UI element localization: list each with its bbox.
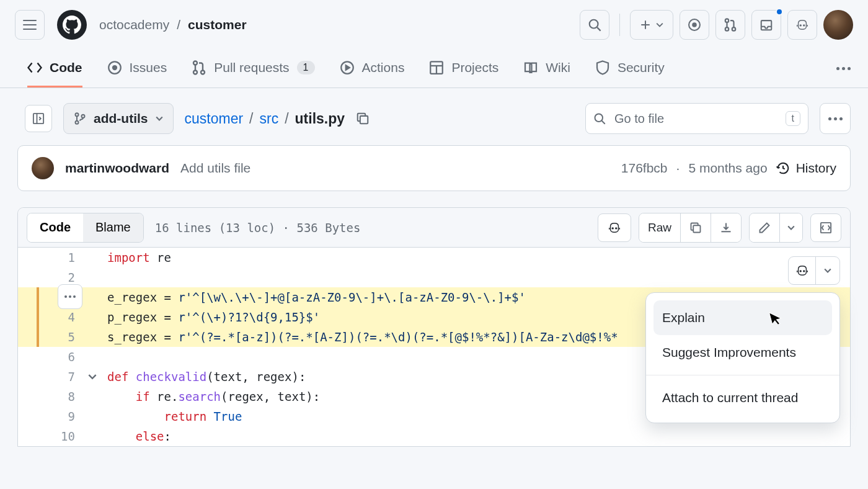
svg-point-7 — [725, 27, 729, 31]
tab-pull-requests[interactable]: Pull requests 1 — [192, 50, 314, 87]
issue-icon — [107, 60, 122, 75]
line-number[interactable]: 1 — [18, 248, 86, 267]
code-content: if re.search(regex, text): — [99, 387, 320, 406]
copilot-icon — [795, 18, 810, 32]
tab-issues[interactable]: Issues — [107, 50, 167, 87]
search-button[interactable] — [580, 10, 609, 40]
commit-sha[interactable]: 176fbcb — [621, 161, 668, 176]
copilot-toolbar-button[interactable] — [598, 213, 631, 242]
svg-point-6 — [725, 19, 729, 22]
code-panel: Code Blame 16 lines (13 loc) · 536 Bytes… — [17, 207, 851, 447]
pull-requests-button[interactable] — [715, 10, 745, 40]
line-number[interactable]: 8 — [18, 387, 86, 406]
commit-message[interactable]: Add utils file — [180, 161, 250, 176]
svg-point-26 — [595, 114, 603, 122]
selection-marker — [37, 287, 39, 347]
inline-copilot-button[interactable] — [788, 256, 840, 285]
tab-pr-label: Pull requests — [214, 60, 289, 75]
line-number[interactable]: 6 — [18, 347, 86, 367]
book-icon — [523, 60, 538, 75]
svg-point-29 — [616, 228, 617, 229]
menu-button[interactable] — [15, 10, 45, 40]
tab-view-code[interactable]: Code — [27, 213, 83, 242]
notifications-button[interactable] — [751, 10, 781, 40]
repo-nav: Code Issues Pull requests 1 Actions Proj… — [0, 50, 868, 88]
repo-breadcrumb: octocademy / customer — [99, 17, 247, 32]
download-icon — [720, 222, 732, 234]
menu-item-attach[interactable]: Attach to current thread — [653, 380, 832, 415]
svg-line-27 — [602, 121, 605, 124]
line-number[interactable]: 10 — [18, 426, 86, 446]
symbols-button[interactable] — [810, 213, 841, 242]
line-number[interactable]: 3 — [18, 287, 86, 307]
commit-author-avatar[interactable] — [32, 157, 54, 179]
caret-down-icon — [156, 115, 163, 122]
github-logo[interactable] — [57, 10, 87, 40]
user-avatar[interactable] — [823, 10, 853, 40]
svg-point-22 — [76, 113, 79, 116]
branch-icon — [74, 112, 86, 125]
inline-copilot-caret[interactable] — [816, 257, 839, 284]
svg-point-23 — [76, 121, 79, 124]
tab-code[interactable]: Code — [27, 50, 82, 87]
tab-projects[interactable]: Projects — [429, 50, 498, 87]
repo-nav-overflow[interactable] — [836, 67, 851, 70]
hamburger-icon — [23, 20, 37, 30]
branch-select-button[interactable]: add-utils — [63, 103, 174, 134]
copilot-button[interactable] — [787, 10, 817, 40]
line-number[interactable]: 5 — [18, 327, 86, 347]
download-raw-button[interactable] — [711, 213, 741, 242]
svg-point-8 — [732, 27, 736, 31]
tab-wiki[interactable]: Wiki — [523, 50, 570, 87]
inbox-icon — [760, 18, 773, 32]
line-number[interactable]: 4 — [18, 307, 86, 327]
menu-item-explain[interactable]: Explain — [653, 300, 832, 335]
copy-icon — [356, 112, 370, 125]
view-mode-segment: Code Blame — [27, 213, 144, 243]
svg-line-1 — [597, 27, 601, 31]
line-number[interactable]: 9 — [18, 406, 86, 426]
edit-dropdown-button[interactable] — [780, 213, 802, 242]
github-mark-icon — [63, 16, 81, 34]
line-number[interactable]: 7 — [18, 367, 86, 387]
create-new-button[interactable] — [630, 10, 673, 40]
svg-point-10 — [804, 25, 805, 26]
go-to-file-shortcut: t — [786, 111, 800, 126]
tab-view-blame[interactable]: Blame — [83, 213, 143, 242]
commit-author[interactable]: martinwoodward — [65, 161, 169, 176]
code-content: else: — [99, 426, 171, 446]
file-path-breadcrumb: customer / src / utils.py — [185, 110, 370, 127]
menu-item-suggest[interactable]: Suggest Improvements — [653, 335, 832, 370]
commit-age: 5 months ago — [688, 161, 767, 176]
history-icon — [776, 161, 790, 175]
inline-copilot-main[interactable] — [789, 257, 816, 284]
tab-actions[interactable]: Actions — [340, 50, 405, 87]
raw-button[interactable]: Raw — [639, 213, 681, 242]
code-line[interactable]: 2 — [18, 267, 850, 287]
copy-raw-button[interactable] — [681, 213, 711, 242]
tab-security-label: Security — [618, 60, 665, 75]
edit-button[interactable] — [750, 213, 780, 242]
copilot-dropdown-menu: Explain Suggest Improvements Attach to c… — [645, 292, 840, 423]
toggle-file-tree-button[interactable] — [25, 105, 52, 132]
svg-point-24 — [82, 115, 85, 118]
search-icon — [593, 112, 606, 125]
history-button[interactable]: History — [776, 161, 836, 176]
crumb-file: utils.py — [295, 110, 345, 127]
copy-path-button[interactable] — [356, 112, 370, 125]
go-to-file-input[interactable]: Go to file t — [585, 103, 808, 134]
issues-button[interactable] — [680, 10, 709, 40]
line-actions-button[interactable] — [58, 284, 82, 309]
tab-security[interactable]: Security — [595, 50, 665, 87]
file-more-button[interactable] — [820, 103, 851, 134]
code-line[interactable]: 1import re — [18, 248, 850, 267]
owner-link[interactable]: octocademy — [99, 17, 169, 32]
crumb-dir[interactable]: src — [259, 110, 278, 127]
svg-point-14 — [193, 71, 197, 74]
crumb-repo[interactable]: customer — [185, 110, 244, 127]
pencil-icon — [758, 222, 771, 234]
repo-link[interactable]: customer — [188, 17, 247, 32]
code-line[interactable]: 10 else: — [18, 426, 850, 446]
symbols-icon — [820, 222, 832, 234]
svg-point-5 — [693, 23, 696, 27]
